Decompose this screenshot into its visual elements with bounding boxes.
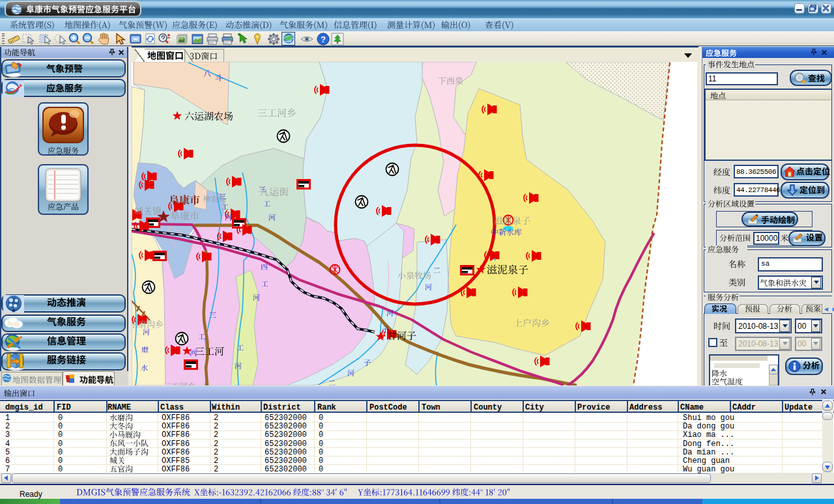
svg-text:?: ? xyxy=(321,35,326,44)
